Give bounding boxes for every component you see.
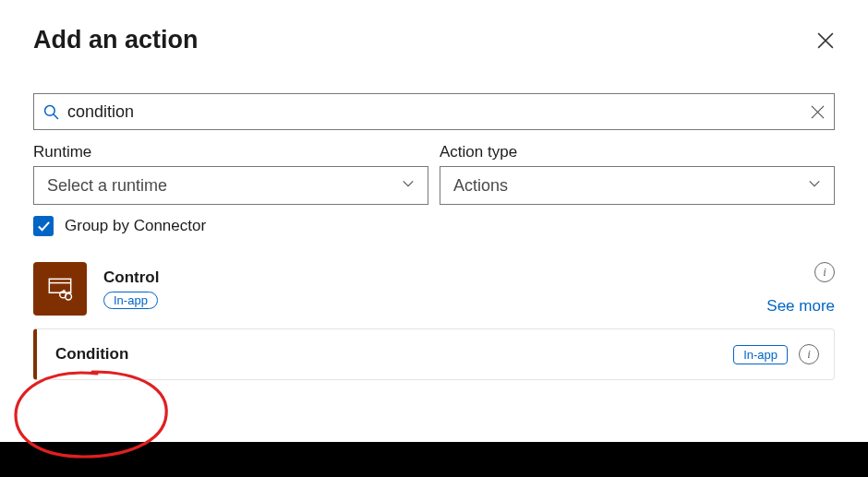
chevron-down-icon [808,177,821,194]
connector-header: Control In-app i See more [33,262,835,316]
action-type-dropdown[interactable]: Actions [440,166,835,205]
runtime-label: Runtime [33,143,428,161]
action-name: Condition [55,345,128,364]
action-type-selected: Actions [453,176,508,196]
svg-point-0 [45,105,55,115]
group-by-connector-checkbox[interactable] [33,216,54,236]
action-type-filter: Action type Actions [440,143,835,205]
filter-row: Runtime Select a runtime Action type Act… [33,143,835,205]
chevron-down-icon [402,177,415,194]
panel-header: Add an action [33,26,835,54]
info-icon[interactable]: i [814,262,835,282]
control-connector-icon [33,262,87,316]
action-item-condition[interactable]: Condition In-app i [33,328,835,380]
search-icon [43,104,59,120]
clear-search-icon[interactable] [811,105,825,119]
runtime-filter: Runtime Select a runtime [33,143,428,205]
group-by-connector-label: Group by Connector [65,217,206,235]
bottom-black-bar [0,442,868,477]
panel-title: Add an action [33,26,199,54]
info-icon[interactable]: i [799,344,819,364]
svg-rect-2 [49,279,70,292]
action-type-label: Action type [440,143,835,161]
connector-badge: In-app [103,292,158,309]
group-by-connector-row: Group by Connector [33,216,835,236]
connector-info: Control In-app [103,268,159,309]
search-input[interactable] [67,102,811,122]
connector-name: Control [103,268,159,287]
see-more-link[interactable]: See more [766,297,835,316]
runtime-selected: Select a runtime [47,176,167,196]
search-input-container[interactable] [33,93,835,130]
action-badge: In-app [733,345,788,364]
close-icon[interactable] [816,31,835,50]
runtime-dropdown[interactable]: Select a runtime [33,166,428,205]
svg-line-1 [54,113,58,118]
